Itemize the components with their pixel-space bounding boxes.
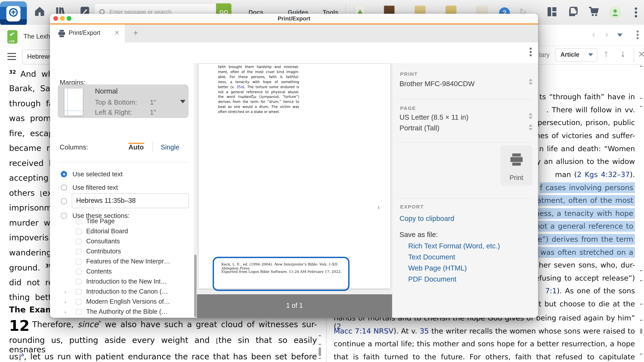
export-html-link[interactable]: Web Page (HTML) xyxy=(408,264,467,272)
tab-close-icon[interactable]: ✕ xyxy=(114,29,120,36)
scrollbar-tick xyxy=(640,66,642,67)
copy-to-clipboard-link[interactable]: Copy to clipboard xyxy=(400,215,454,223)
section-label: Features of the New Interpr… xyxy=(86,258,170,265)
text-line: that is faith turned to the future. For … xyxy=(334,353,635,362)
chevron-down-icon xyxy=(180,100,186,103)
section-checkbox[interactable] xyxy=(76,249,82,254)
section-checkbox[interactable] xyxy=(76,289,82,295)
new-tab-icon[interactable]: + xyxy=(133,28,138,38)
export-rtf-link[interactable]: Rich Text Format (Word, etc.) xyxy=(408,242,500,250)
print-button[interactable]: Print xyxy=(500,145,532,186)
viewport: Enter passage or search GO Docs Guides T… xyxy=(0,0,644,362)
radio-use-selected-text[interactable] xyxy=(61,171,67,177)
text-line: better (v. 35b). The torture some endure… xyxy=(218,85,299,89)
print-preview: faith brought them hardship and mistreat… xyxy=(197,63,392,318)
radio-label[interactable]: Use selected text xyxy=(72,170,122,178)
section-checkbox[interactable] xyxy=(76,279,82,285)
text-line: often stretched on a stake or wheel. xyxy=(218,110,299,114)
radio-label[interactable]: Use filtered text xyxy=(72,184,118,191)
page-count: 1 of 1 xyxy=(197,302,392,309)
section-label: Consultants xyxy=(86,238,120,245)
columns-auto-option[interactable]: Auto xyxy=(128,143,144,151)
print-settings-panel: PRINT Brother MFC-9840CDW PAGE US Letter… xyxy=(392,63,538,318)
tab-label: Print/Export xyxy=(69,29,100,36)
printer-icon xyxy=(57,29,66,38)
dialog-content: Margins: Normal Top & Bottom: 1" Left & … xyxy=(50,63,538,318)
dialog-menu-icon[interactable] xyxy=(529,47,532,57)
section-checkbox[interactable] xyxy=(76,269,82,275)
section-checkbox[interactable] xyxy=(76,219,82,224)
margins-preset: Normal xyxy=(95,87,118,95)
text-line: 7:1). As one of the sons xyxy=(545,287,635,295)
paper-size[interactable]: US Letter (8.5 × 11 in) xyxy=(400,113,468,121)
text-line: l her seven sons, who, dur- xyxy=(534,261,635,269)
text-line: f cases involving persons xyxy=(540,183,635,192)
text-line: continue a mortal life; this mother and … xyxy=(334,340,635,348)
divider xyxy=(400,99,533,99)
columns-single-option[interactable]: Single xyxy=(161,143,179,151)
citation-box xyxy=(213,257,350,291)
section-label: Editorial Board xyxy=(86,228,128,235)
section-checkbox[interactable] xyxy=(76,229,82,234)
scrollbar-tick xyxy=(640,106,642,107)
print-button-label: Print xyxy=(500,174,532,182)
section-checkbox[interactable] xyxy=(76,259,82,265)
export-text-link[interactable]: Text Document xyxy=(408,253,455,261)
text-line: ment, often of the most cruel kind imagi… xyxy=(218,70,299,74)
print-section-label: PRINT xyxy=(400,71,418,77)
orientation[interactable]: Portrait (Tall) xyxy=(400,124,440,132)
text-line: Exported from Logos Bible Software, 11:2… xyxy=(221,270,342,274)
scrollbar-tick xyxy=(640,280,642,281)
text-line: re”) derives from the term xyxy=(535,235,635,243)
margins-tb-label: Top & Bottom: xyxy=(95,98,137,106)
print-reference-input[interactable]: Hebrews 11:35b–38 xyxy=(72,193,189,208)
export-section-label: EXPORT xyxy=(400,204,424,210)
commentary-scrollbar-thumb[interactable] xyxy=(640,329,642,334)
text-line: Macc 7:14 NRSV). At v. 35 the writer rec… xyxy=(334,327,635,335)
dialog-titlebar: Print/Export xyxy=(50,14,538,23)
export-pdf-link[interactable]: PDF Document xyxy=(408,275,456,283)
text-line: . There will follow in vv. xyxy=(546,106,635,114)
printer-icon xyxy=(509,153,524,166)
text-line: efusing to accept release”) xyxy=(535,274,635,282)
radio-use-reference[interactable] xyxy=(61,198,67,204)
print-reference-value: Hebrews 11:35b–38 xyxy=(76,197,136,204)
radio-use-filtered-text[interactable] xyxy=(61,184,67,191)
section-label: Introduction to the New Int… xyxy=(86,278,167,285)
text-line: not a general reference to physical abus… xyxy=(218,90,299,94)
expand-chevron-icon[interactable]: › xyxy=(64,289,66,295)
text-line: t but choose to die at the xyxy=(538,300,635,308)
auto-selected-underline xyxy=(128,143,144,144)
margins-selector[interactable]: Normal Top & Bottom: 1" Left & Right: 1" xyxy=(58,84,188,118)
text-line: ness, a tenacity with hope of something xyxy=(218,80,299,84)
text-line: n life and death: “Women xyxy=(539,144,635,153)
text-line: beat as one would a drum. The victim was xyxy=(218,105,299,109)
text-line: y an allusion to the widow xyxy=(536,157,635,166)
options-scrollbar-thumb[interactable] xyxy=(194,255,196,317)
tab-print-export[interactable]: Print/Export ✕ xyxy=(50,24,125,42)
orientation-stepper[interactable] xyxy=(528,124,533,131)
text-line: s not a general reference to xyxy=(528,222,635,230)
text-line: m was often stretched on a xyxy=(530,248,635,256)
printer-stepper[interactable] xyxy=(528,78,533,85)
scrollbar-tick xyxy=(640,270,642,271)
options-panel: Margins: Normal Top & Bottom: 1" Left & … xyxy=(50,63,194,318)
section-label: Modern English Versions of… xyxy=(86,298,170,305)
radio-use-these-sections[interactable] xyxy=(61,213,67,219)
section-checkbox[interactable] xyxy=(76,309,82,315)
expand-chevron-icon[interactable]: › xyxy=(64,299,66,305)
scrollbar-tick xyxy=(640,320,642,321)
page-section-label: PAGE xyxy=(400,105,416,111)
margins-thumbnail xyxy=(64,88,83,116)
dialog-tabstrip: Print/Export ✕ + xyxy=(50,24,538,42)
divider xyxy=(400,198,533,199)
columns-divider xyxy=(152,141,153,151)
section-checkbox[interactable] xyxy=(76,299,82,305)
printer-name[interactable]: Brother MFC-9840CDW xyxy=(400,80,474,88)
margins-lr-label: Left & Right: xyxy=(95,109,132,116)
expand-chevron-icon[interactable]: › xyxy=(64,309,66,315)
section-label: Introduction to the Canon (… xyxy=(86,288,168,295)
paper-size-stepper[interactable] xyxy=(528,113,533,119)
text-line: eatment, often of the most xyxy=(532,196,635,204)
section-checkbox[interactable] xyxy=(76,239,82,244)
